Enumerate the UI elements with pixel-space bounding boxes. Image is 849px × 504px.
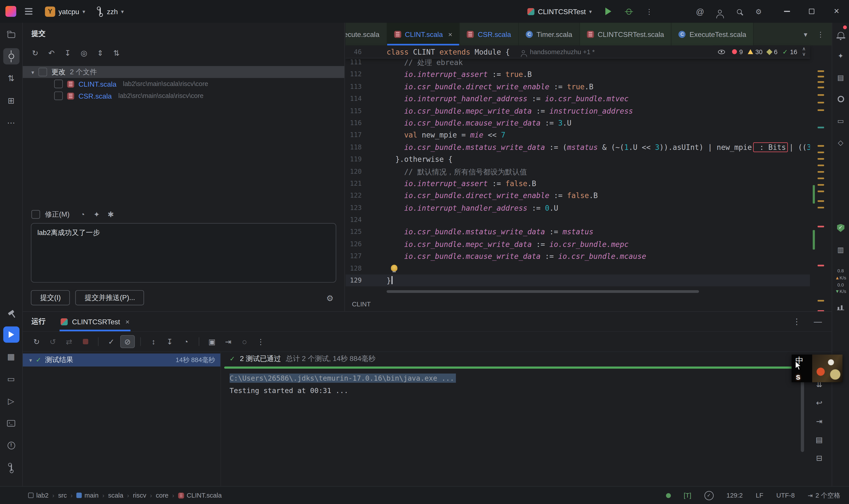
refresh-icon[interactable]: ↻: [28, 47, 42, 60]
import-tests-icon[interactable]: ⇥: [221, 335, 235, 348]
console-output[interactable]: C:\Users\26586\.jdks\temurin-17.0.16\bin…: [230, 373, 794, 397]
more-tools-icon[interactable]: ⋯: [3, 115, 19, 131]
editor-tab-csr-scala[interactable]: CSR.scala: [460, 23, 519, 46]
debug-button[interactable]: [620, 3, 637, 19]
analysis-mark[interactable]: [818, 70, 824, 72]
run-button[interactable]: [600, 3, 616, 19]
amend-checkbox[interactable]: [31, 210, 40, 219]
code-line-124[interactable]: 124: [345, 214, 810, 226]
breadcrumb-clint-scala[interactable]: CLINT.scala: [178, 492, 222, 499]
print-console-icon[interactable]: ▤: [812, 433, 826, 446]
run-tab-clintcsrtest[interactable]: CLINTCSRTest ×: [59, 312, 130, 331]
analysis-mark[interactable]: [818, 81, 824, 83]
dependencies-tool-icon[interactable]: ◇: [833, 135, 848, 149]
rerun-failed-icon[interactable]: ↺: [46, 335, 60, 348]
file-checkbox[interactable]: [54, 79, 63, 88]
minimize-button[interactable]: [774, 0, 799, 23]
search-everywhere-button[interactable]: [731, 3, 747, 19]
editor-tab-timer-scala[interactable]: Timer.scala: [519, 23, 580, 46]
branch-selector[interactable]: zzh ▾: [93, 6, 128, 17]
inspections-ok-icon[interactable]: ✓: [704, 491, 713, 500]
translation-plugin-icon[interactable]: [T]: [684, 492, 691, 499]
horizontal-scrollbar[interactable]: [387, 290, 699, 293]
indent-style[interactable]: ⇥ 2 个空格: [808, 491, 841, 500]
code-line-113[interactable]: 113io.csr_bundle.direct_write_enable := …: [345, 80, 810, 93]
expand-all-icon[interactable]: ↧: [163, 335, 177, 348]
editor-tab-clint-scala[interactable]: CLINT.scala×: [387, 23, 460, 46]
ai-commit-message-icon[interactable]: ✦: [91, 208, 103, 221]
grammar-check-icon[interactable]: ✱: [105, 208, 117, 221]
test-history-icon[interactable]: ◌: [237, 335, 252, 348]
code-line-115[interactable]: 115io.csr_bundle.mepc_write_data := inst…: [345, 105, 810, 117]
code-line-127[interactable]: 127io.csr_bundle.mcause_write_data := io…: [345, 250, 810, 263]
hidden-tabs-chevron-icon[interactable]: ▾: [804, 30, 807, 38]
code-line-120[interactable]: 120// 默认情况，所有信号都设为默认值: [345, 165, 810, 178]
analysis-mark[interactable]: [818, 158, 824, 160]
breadcrumb-main[interactable]: main: [76, 492, 98, 499]
analysis-mark[interactable]: [818, 178, 824, 179]
analysis-mark[interactable]: [818, 200, 824, 202]
message-history-icon[interactable]: ◔: [77, 208, 89, 221]
file-checkbox[interactable]: [54, 91, 63, 100]
device-explorer-tool-icon[interactable]: ▭: [833, 114, 848, 128]
inspections-widget[interactable]: 9 30 6 ✓16 ∧∨: [714, 46, 806, 58]
analysis-mark[interactable]: [818, 300, 824, 302]
code-line-129[interactable]: 129}: [345, 274, 810, 287]
close-button[interactable]: ×: [824, 0, 849, 23]
problems-tool-icon[interactable]: [3, 437, 19, 454]
breadcrumb-src[interactable]: src: [58, 492, 67, 499]
ai-assistant-icon[interactable]: ✦: [833, 49, 848, 63]
database-tool-icon[interactable]: ▤: [833, 70, 848, 85]
notifications-icon[interactable]: [833, 27, 848, 41]
analysis-mark[interactable]: [818, 76, 824, 77]
ai-chat-button[interactable]: @: [692, 3, 708, 19]
commit-button[interactable]: 提交(I): [31, 290, 70, 306]
sort-by-duration-icon[interactable]: ◔: [179, 335, 193, 348]
rerun-icon[interactable]: ↻: [29, 335, 44, 348]
auto-test-icon[interactable]: ⇄: [62, 335, 76, 348]
changes-checkbox[interactable]: [38, 68, 47, 76]
close-tab-icon[interactable]: ×: [125, 318, 130, 326]
shelve-icon[interactable]: ↧: [60, 47, 75, 60]
editor-tab-ecute-scala[interactable]: ecute.scala: [345, 23, 387, 46]
structure-tool-icon[interactable]: ⊞: [3, 93, 19, 109]
editor-tab-clintcsrtest-scala[interactable]: CLINTCSRTest.scala: [580, 23, 671, 46]
analysis-mark[interactable]: [818, 87, 824, 88]
code-line-121[interactable]: 121io.interrupt_assert := false.B: [345, 178, 810, 190]
analysis-mark[interactable]: [818, 207, 824, 209]
plugin-status-icon[interactable]: [666, 493, 671, 498]
device-manager-tool-icon[interactable]: ▭: [3, 371, 19, 387]
test-results-row[interactable]: ▾ ✓ 测试结果 14秒 884毫秒: [23, 354, 220, 366]
analysis-mark[interactable]: [818, 226, 824, 227]
stop-icon[interactable]: [78, 335, 93, 348]
intention-bulb-icon[interactable]: [391, 265, 397, 271]
rollback-icon[interactable]: ↶: [44, 47, 59, 60]
code-line-112[interactable]: 112io.interrupt_assert := true.B: [345, 69, 810, 81]
commit-and-push-button[interactable]: 提交并推送(P)...: [75, 290, 144, 306]
collapse-all-icon[interactable]: ⇅: [109, 47, 124, 60]
run-panel-more-icon[interactable]: ⋮: [793, 317, 801, 326]
editor-options-icon[interactable]: ⋮: [817, 30, 824, 38]
show-ignored-icon[interactable]: ⊘: [120, 335, 135, 348]
editor-error-stripe[interactable]: [810, 46, 832, 311]
code-line-126[interactable]: 126io.csr_bundle.mepc_write_data := io.c…: [345, 238, 810, 250]
line-separator[interactable]: LF: [756, 492, 763, 499]
analysis-mark[interactable]: [818, 164, 824, 166]
editor-breadcrumb[interactable]: CLINT: [352, 300, 371, 308]
breadcrumb-lab2[interactable]: lab2: [28, 492, 49, 499]
clear-console-icon[interactable]: ⊟: [812, 451, 826, 464]
test-snapshot-icon[interactable]: ▣: [205, 335, 219, 348]
code-line-128[interactable]: 128: [345, 263, 810, 274]
project-selector[interactable]: Y yatcpu ▾: [41, 5, 89, 18]
code-line-117[interactable]: 117val new_mpie = mie << 7: [345, 129, 810, 141]
commit-tool-icon[interactable]: [3, 48, 19, 64]
breadcrumb-riscv[interactable]: riscv: [133, 492, 146, 499]
code-line-116[interactable]: 116io.csr_bundle.mcause_write_data := 3.…: [345, 117, 810, 129]
security-shield-icon[interactable]: [833, 221, 848, 235]
profiler-tool-icon[interactable]: [833, 301, 848, 314]
project-tool-icon[interactable]: [3, 26, 19, 42]
pull-requests-tool-icon[interactable]: ⇅: [3, 70, 19, 86]
settings-button[interactable]: ⚙: [751, 3, 766, 19]
analysis-mark[interactable]: [818, 94, 824, 96]
maximize-button[interactable]: [799, 0, 824, 23]
